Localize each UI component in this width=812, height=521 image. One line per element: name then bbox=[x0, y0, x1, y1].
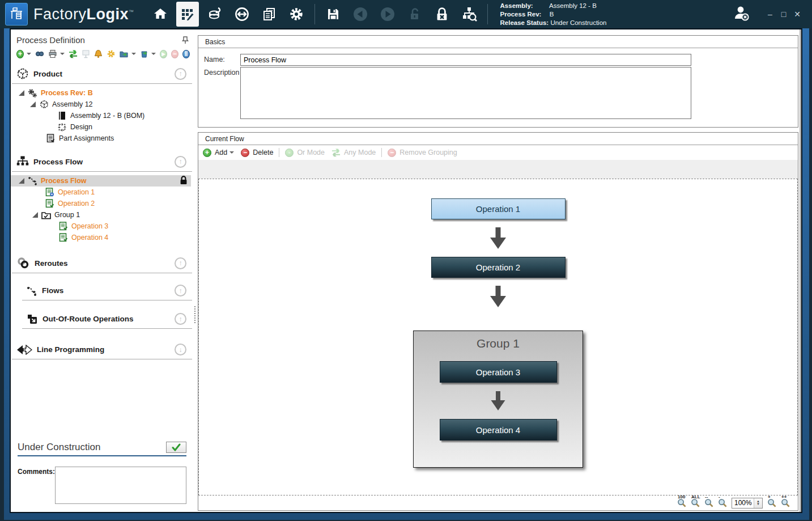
collapse-up-icon[interactable]: ↑ bbox=[175, 257, 186, 269]
tree-item-part-assignments[interactable]: Part Assignments bbox=[11, 133, 193, 144]
expander-icon[interactable] bbox=[32, 212, 38, 218]
tree-item-bom[interactable]: Assembly 12 - B (BOM) bbox=[11, 110, 193, 121]
add-dropdown-icon[interactable] bbox=[27, 53, 31, 55]
main-content: Basics Name: Description Current Flow bbox=[197, 29, 800, 512]
current-flow-title: Current Flow bbox=[198, 133, 798, 145]
print-icon[interactable] bbox=[48, 49, 57, 58]
expander-icon[interactable] bbox=[19, 90, 24, 96]
zoom-in-icon[interactable]: + bbox=[767, 498, 776, 507]
flow-node-operation-1[interactable]: Operation 1 bbox=[431, 198, 566, 219]
find-icon[interactable] bbox=[35, 49, 44, 58]
home-icon[interactable] bbox=[149, 2, 172, 27]
documents-icon[interactable] bbox=[258, 2, 280, 27]
collapse-up-icon[interactable]: ↑ bbox=[175, 313, 186, 325]
tree-item-operation-3[interactable]: Operation 3 bbox=[11, 221, 193, 232]
release-icon[interactable]: ▸ bbox=[160, 50, 167, 58]
section-product[interactable]: Product ↑ bbox=[12, 62, 192, 84]
flow-node-operation-4[interactable]: Operation 4 bbox=[440, 419, 557, 440]
flow-node-operation-2[interactable]: Operation 2 bbox=[431, 257, 566, 278]
name-input[interactable] bbox=[240, 54, 691, 66]
section-label: Flows bbox=[42, 286, 175, 295]
add-icon[interactable]: + bbox=[16, 50, 24, 58]
zoom-all-icon[interactable]: ALL bbox=[691, 498, 700, 507]
redo-forward-icon[interactable] bbox=[376, 2, 399, 27]
tree-item-label: Operation 4 bbox=[71, 234, 108, 242]
gear-icon[interactable] bbox=[107, 49, 116, 58]
hold-icon[interactable]: ‖ bbox=[182, 50, 190, 58]
collapse-up-icon[interactable]: ↑ bbox=[175, 156, 186, 168]
operation-doc-icon bbox=[58, 222, 68, 231]
tree-item-operation-4[interactable]: Operation 4 bbox=[11, 232, 193, 243]
approve-button[interactable] bbox=[166, 442, 186, 453]
expander-icon[interactable] bbox=[19, 178, 24, 184]
flow-canvas[interactable]: Operation 1 Operation 2 Group 1 Operatio… bbox=[198, 179, 798, 495]
add-button[interactable]: Add bbox=[215, 149, 227, 156]
flow-arrow-down-icon bbox=[486, 227, 511, 249]
tree-item-label: Design bbox=[70, 123, 92, 131]
app-title: FactoryLogix™ bbox=[33, 6, 134, 23]
expand-down-icon[interactable]: ↓ bbox=[175, 344, 186, 355]
zoom-out-icon[interactable]: - bbox=[718, 498, 727, 507]
gears-icon bbox=[28, 88, 37, 98]
sidebar-splitter[interactable] bbox=[193, 29, 197, 512]
delete-node-icon[interactable]: − bbox=[241, 149, 249, 157]
zoom-100-icon[interactable]: 100 bbox=[677, 498, 686, 507]
section-out-of-route[interactable]: Out-Of-Route Operations ↑ bbox=[22, 307, 192, 329]
undo-back-icon[interactable] bbox=[349, 2, 372, 27]
sidebar-toolbar: + ▸ − ‖ bbox=[11, 47, 193, 62]
stop-icon[interactable]: − bbox=[171, 50, 178, 58]
zoom-level-input[interactable] bbox=[732, 499, 754, 507]
flow-node-operation-3[interactable]: Operation 3 bbox=[440, 361, 557, 383]
flow-audit-icon[interactable] bbox=[458, 2, 481, 27]
section-process-flow[interactable]: Process Flow ↑ bbox=[12, 150, 192, 172]
recycle-dropdown-icon[interactable] bbox=[151, 53, 156, 55]
tree-item-group-1[interactable]: Group 1 bbox=[11, 209, 193, 221]
tree-item-label: Assembly 12 bbox=[52, 100, 93, 108]
lock-discard-icon[interactable] bbox=[431, 2, 453, 27]
section-reroutes[interactable]: Reroutes ↑ bbox=[12, 251, 192, 273]
close-button[interactable]: ✕ bbox=[790, 8, 804, 20]
collapse-up-icon[interactable]: ↑ bbox=[175, 68, 186, 80]
user-logout-icon[interactable] bbox=[732, 4, 751, 25]
application-window: FactoryLogix™ bbox=[0, 0, 812, 521]
export-folder-icon[interactable] bbox=[120, 49, 129, 58]
save-icon[interactable] bbox=[322, 2, 345, 27]
process-definition-tab-icon[interactable] bbox=[176, 2, 199, 27]
spinner-arrows-icon[interactable]: ▲▼ bbox=[754, 498, 762, 508]
description-input[interactable] bbox=[240, 67, 691, 119]
export-dropdown-icon[interactable] bbox=[131, 53, 136, 55]
zoom-in-fast-icon[interactable]: ++ bbox=[781, 498, 790, 507]
collapse-up-icon[interactable]: ↑ bbox=[175, 285, 186, 296]
delete-button[interactable]: Delete bbox=[253, 149, 273, 156]
add-dropdown-icon[interactable] bbox=[229, 151, 234, 154]
zoom-out-fast-icon[interactable]: -- bbox=[704, 498, 713, 507]
print-dropdown-icon[interactable] bbox=[60, 53, 65, 55]
recycle-icon[interactable] bbox=[140, 49, 148, 58]
presentation-icon[interactable] bbox=[82, 49, 90, 58]
comments-input[interactable] bbox=[55, 467, 186, 504]
zoom-level-spinner[interactable]: ▲▼ bbox=[732, 498, 763, 509]
tree-item-design[interactable]: Design bbox=[11, 121, 193, 133]
unlock-icon[interactable] bbox=[403, 2, 426, 27]
tree-item-operation-1[interactable]: Operation 1 bbox=[11, 187, 193, 198]
minimize-button[interactable]: – bbox=[763, 8, 777, 20]
section-line-programming[interactable]: Line Programming ↓ bbox=[12, 338, 192, 359]
release-status-value: Under Construction bbox=[550, 19, 606, 26]
pin-icon[interactable] bbox=[182, 36, 189, 44]
tree-item-operation-2[interactable]: Operation 2 bbox=[11, 198, 193, 209]
tree-item-label: Process Flow bbox=[41, 177, 87, 185]
maximize-button[interactable]: □ bbox=[777, 8, 790, 20]
add-node-icon[interactable]: + bbox=[203, 149, 211, 157]
bell-icon[interactable] bbox=[94, 49, 103, 58]
section-flows[interactable]: Flows ↑ bbox=[22, 279, 192, 300]
tree-item-process-rev[interactable]: Process Rev: B bbox=[11, 87, 193, 99]
flow-group-1[interactable]: Group 1 Operation 3 Operation 4 bbox=[413, 331, 583, 468]
transfer-icon[interactable] bbox=[231, 2, 253, 27]
tree-item-assembly[interactable]: Assembly 12 bbox=[11, 99, 193, 110]
settings-gear-icon[interactable] bbox=[285, 2, 308, 27]
operation-doc-gear-icon bbox=[45, 188, 54, 197]
materials-icon[interactable] bbox=[203, 2, 226, 27]
swap-operations-icon[interactable] bbox=[69, 49, 78, 58]
expander-icon[interactable] bbox=[30, 101, 36, 107]
tree-item-process-flow[interactable]: Process Flow bbox=[11, 175, 191, 187]
